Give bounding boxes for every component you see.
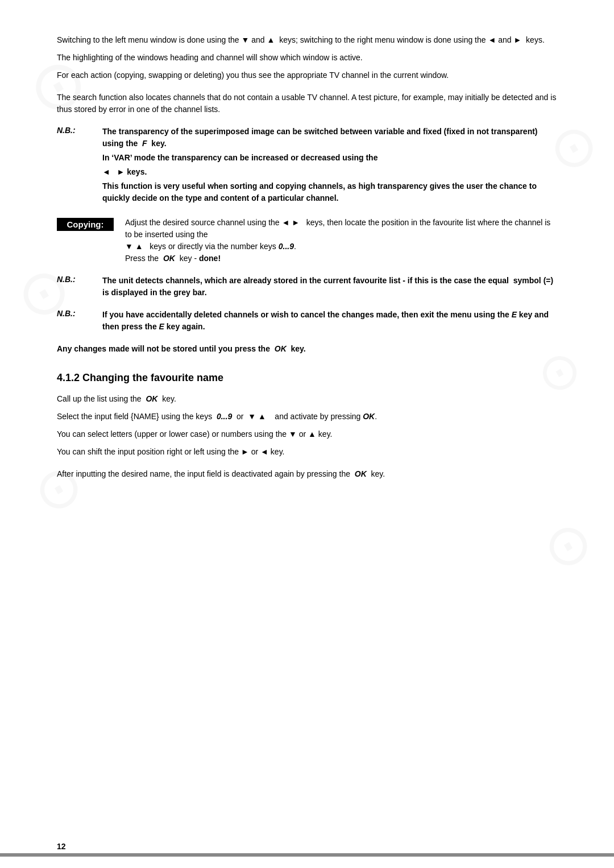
nb3-text: If you have accidentally deleted channel… [102,309,557,333]
search-para: The search function also locates channel… [57,92,557,115]
nb1-row: N.B.: The transparency of the superimpos… [57,126,557,206]
copying-label: Copying: [57,218,114,231]
nb1-line2b: ◄ ► keys. [102,166,557,178]
copying-text1: Adjust the desired source channel using … [125,218,550,239]
intro-para2: The highlighting of the windows heading … [57,52,557,64]
and-text: and [251,35,264,44]
page-content: Switching to the left menu window is don… [57,34,557,480]
section-412-para2: Select the input field {NAME} using the … [57,411,557,423]
nb2-row: N.B.: The unit detects channels, which a… [57,275,557,301]
copying-text2: ▼ ▲ keys or directly via the number keys… [125,242,296,251]
nb2-label: N.B.: [57,275,102,301]
bottom-bar [0,853,614,857]
section-412-para4: You can shift the input position right o… [57,446,557,458]
nb3-content: If you have accidentally deleted channel… [102,309,557,335]
intro-para1: Switching to the left menu window is don… [57,34,557,46]
nb3-label: N.B.: [57,309,102,335]
nb1-line1: The transparency of the superimposed ima… [102,126,557,150]
nb3-row: N.B.: If you have accidentally deleted c… [57,309,557,335]
nb1-line2: In ‘VAR’ mode the transparency can be in… [102,152,557,164]
copying-row: Copying: Adjust the desired source chann… [57,217,557,264]
page-number: 12 [57,842,66,851]
any-changes-line: Any changes made will not be stored unti… [57,343,557,355]
section-412-para1: Call up the list using the OK key. [57,393,557,405]
section-412-para3: You can select letters (upper or lower c… [57,428,557,440]
section-412-para5: After inputting the desired name, the in… [57,468,557,480]
nb2-text: The unit detects channels, which are alr… [102,275,557,299]
nb1-line3: This function is very useful when sortin… [102,180,557,204]
copying-text3: Press the OK key - done! [125,254,221,263]
nb1-label: N.B.: [57,126,102,206]
copying-content: Adjust the desired source channel using … [114,217,557,264]
nb1-content: The transparency of the superimposed ima… [102,126,557,206]
nb2-content: The unit detects channels, which are alr… [102,275,557,301]
intro-para3: For each action (copying, swapping or de… [57,69,557,81]
section-412-heading: 4.1.2 Changing the favourite name [57,372,557,384]
